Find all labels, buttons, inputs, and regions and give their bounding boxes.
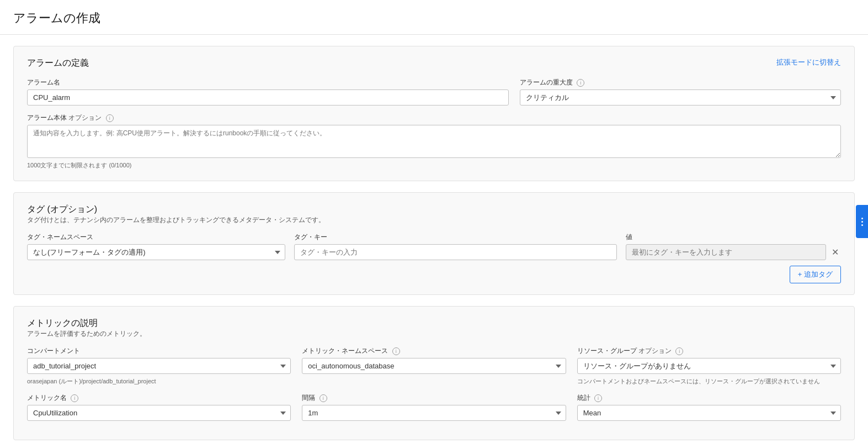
alarm-definition-section: アラームの定義 拡張モードに切替え アラーム名 アラームの重大度 i クリティカ… (13, 46, 855, 181)
resource-group-info-icon: i (675, 347, 683, 355)
statistic-label: 統計 i (577, 393, 841, 403)
metric-namespace-info-icon: i (392, 347, 400, 355)
tag-key-label: タグ・キー (294, 233, 617, 242)
tag-remove-button[interactable]: ✕ (829, 248, 841, 257)
interval-info-icon: i (319, 394, 327, 402)
interval-select[interactable]: 1m (302, 405, 566, 421)
resource-group-select[interactable]: リソース・グループがありません (577, 358, 841, 374)
add-tag-button[interactable]: + 追加タグ (790, 266, 841, 283)
statistic-info-icon: i (594, 394, 602, 402)
alarm-body-label: アラーム本体 オプション i (27, 113, 841, 123)
interval-label: 間隔 i (302, 393, 566, 403)
page-title: アラームの作成 (0, 0, 868, 35)
tags-description: タグ付けとは、テナンシ内のアラームを整理およびトラッキングできるメタデータ・シス… (27, 215, 841, 225)
resource-group-note: コンパートメントおよびネームスペースには、リソース・グループが選択されていません (577, 377, 841, 386)
metrics-section-title: メトリックの説明 (27, 318, 841, 329)
tags-section-title: タグ (オプション) (27, 204, 841, 215)
tag-namespace-select[interactable]: なし(フリーフォーム・タグの適用) (27, 244, 285, 260)
compartment-label: コンパートメント (27, 346, 291, 356)
tag-namespace-label: タグ・ネームスペース (27, 233, 285, 242)
compartment-path: orasejapan (ルート)/project/adb_tutorial_pr… (27, 377, 291, 386)
alarm-name-label: アラーム名 (27, 78, 509, 87)
tag-value-input[interactable] (626, 244, 826, 260)
metric-name-select[interactable]: CpuUtilization (27, 405, 291, 421)
metric-name-info-icon: i (71, 394, 78, 402)
alarm-definition-title: アラームの定義 (27, 57, 89, 69)
compartment-select[interactable]: adb_tutorial_project (27, 358, 291, 374)
alarm-body-optional: オプション (68, 114, 102, 122)
metric-namespace-label: メトリック・ネームスペース i (302, 346, 566, 356)
alarm-name-input[interactable] (27, 89, 509, 106)
resource-group-label: リソース・グループ オプション i (577, 346, 841, 356)
statistic-select[interactable]: Mean (577, 405, 841, 421)
alarm-body-textarea[interactable] (27, 125, 841, 158)
tag-value-label: 値 (626, 233, 841, 242)
alarm-severity-label: アラームの重大度 i (520, 78, 841, 87)
metric-namespace-select[interactable]: oci_autonomous_database (302, 358, 566, 374)
char-limit-text: 1000文字までに制限されます (0/1000) (27, 161, 841, 170)
alarm-body-info-icon: i (106, 114, 114, 122)
tag-row: タグ・ネームスペース なし(フリーフォーム・タグの適用) タグ・キー 値 ✕ (27, 233, 841, 260)
alarm-severity-select[interactable]: クリティカル (520, 89, 841, 106)
sidebar-handle[interactable] (856, 205, 868, 238)
alarm-severity-info-icon: i (577, 79, 584, 87)
tags-section: タグ (オプション) タグ付けとは、テナンシ内のアラームを整理およびトラッキング… (13, 192, 855, 295)
expand-mode-link[interactable]: 拡張モードに切替え (776, 57, 841, 67)
metric-name-label: メトリック名 i (27, 393, 291, 403)
metrics-description: アラームを評価するためのメトリック。 (27, 329, 841, 339)
metrics-section: メトリックの説明 アラームを評価するためのメトリック。 コンパートメント adb… (13, 306, 855, 440)
tag-key-input[interactable] (294, 244, 617, 260)
